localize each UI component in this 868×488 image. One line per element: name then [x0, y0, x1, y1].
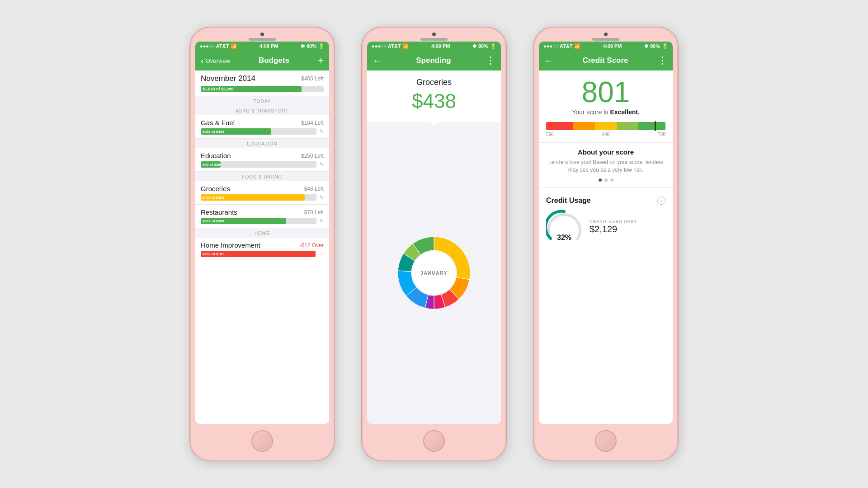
status-bar-2: ●●●○○ AT&T 📶 4:09 PM ✱ 90% 🔋 [367, 42, 501, 51]
gas-fuel-row[interactable]: Gas & Fuel $164 Left $259 of $423 ✎ [195, 115, 329, 139]
food-header: FOOD & DINING [195, 172, 329, 181]
seg-red [546, 122, 573, 130]
time-label-3: 4:09 PM [603, 43, 622, 49]
phone-top-1 [191, 28, 334, 42]
speaker-1 [249, 38, 276, 41]
seg-light-green [617, 122, 638, 130]
home-header: HOME [195, 228, 329, 238]
wifi-icon-1: 📶 [231, 43, 237, 49]
usage-section: Credit Usage i 32% [539, 191, 673, 251]
battery-label-3: 90% [650, 43, 660, 49]
education-left: $250 Left [301, 153, 324, 159]
groceries-left: $46 Left [304, 186, 324, 192]
back-arrow-1[interactable]: ‹ [201, 56, 204, 66]
spending-screen: ●●●○○ AT&T 📶 4:09 PM ✱ 90% 🔋 ← Spending … [367, 42, 501, 424]
score-bar-container [546, 122, 665, 130]
credit-screen: ●●●○○ AT&T 📶 4:09 PM ✱ 90% 🔋 ← Credit Sc… [539, 42, 673, 424]
battery-label-2: 90% [478, 43, 488, 49]
home-button-1[interactable] [251, 430, 273, 452]
home-improvement-bar: $163 of $151 [201, 251, 316, 257]
credit-content: 801 Your score is Excellent. [539, 70, 673, 424]
nav-bar-1: ‹ Overview Budgets + [195, 51, 329, 70]
nav-bar-3: ← Credit Score ⋮ [539, 51, 673, 70]
usage-sub-label: CREDIT CARD DEBT [590, 220, 637, 224]
restaurants-fill: $222 of $300 [201, 218, 286, 224]
home-improvement-edit-icon[interactable]: ⋯ [318, 251, 324, 257]
donut-label: JANUARY [420, 270, 448, 276]
back-arrow-2[interactable]: ← [373, 56, 382, 66]
score-section: 801 Your score is Excellent. [539, 70, 673, 143]
groceries-row[interactable]: Groceries $46 Left $438 of $484 ✎ [195, 181, 329, 205]
score-text-bold: Excellent. [610, 108, 639, 116]
gas-fuel-name: Gas & Fuel [201, 119, 235, 127]
spending-category: Groceries [373, 78, 495, 87]
front-camera-2 [432, 33, 436, 36]
bluetooth-icon-2: ✱ [472, 43, 476, 49]
november-title: November 2014 [201, 74, 255, 83]
spending-hero: Groceries $438 [367, 70, 501, 122]
battery-icon-2: 🔋 [490, 43, 496, 49]
restaurants-left: $78 Left [304, 209, 324, 216]
score-590: 590 [546, 132, 554, 137]
nav-left-1[interactable]: ‹ Overview [201, 56, 230, 66]
battery-label-1: 90% [307, 43, 316, 49]
time-label-2: 4:09 PM [431, 43, 450, 49]
donut-area: JANUARY [367, 122, 501, 424]
education-header: EDUCATION [195, 139, 329, 148]
usage-header: Credit Usage i [546, 197, 665, 205]
wifi-icon-2: 📶 [402, 43, 409, 49]
home-improvement-left: -$12 Over [300, 242, 324, 249]
add-budget-button[interactable]: + [318, 55, 324, 66]
phone-bottom-2 [363, 424, 505, 460]
restaurants-name: Restaurants [201, 208, 237, 216]
front-camera-1 [260, 33, 264, 36]
budgets-screen: ●●●○○ AT&T 📶 4:09 PM ✱ 90% 🔋 ‹ Overview … [195, 42, 329, 424]
gas-fuel-bar: $259 of $423 [201, 128, 316, 135]
education-name: Education [201, 152, 231, 160]
home-improvement-fill: $163 of $151 [201, 251, 316, 257]
carrier-label-3: ●●●○○ AT&T [543, 43, 572, 49]
phone-credit: ●●●○○ AT&T 📶 4:09 PM ✱ 90% 🔋 ← Credit Sc… [533, 27, 678, 461]
page-dots [546, 178, 665, 182]
november-bar-fill: $1,893 of $2,298 [201, 86, 302, 92]
gas-fuel-edit-icon[interactable]: ✎ [319, 128, 324, 135]
home-button-2[interactable] [423, 430, 445, 452]
restaurants-edit-icon[interactable]: ✎ [319, 218, 324, 224]
spending-amount: $438 [373, 90, 495, 113]
restaurants-row[interactable]: Restaurants $78 Left $222 of $300 ✎ [195, 205, 329, 228]
phone-top-2 [363, 28, 505, 42]
battery-icon-1: 🔋 [318, 43, 325, 49]
score-labels: 590 640 720 [546, 132, 665, 137]
spending-menu-icon[interactable]: ⋮ [486, 55, 495, 66]
education-row[interactable]: Education $250 Left $50 of $300 ✎ [195, 148, 329, 172]
score-720: 720 [658, 132, 665, 137]
dot-2 [604, 178, 608, 182]
gas-fuel-fill: $259 of $423 [201, 128, 271, 135]
education-edit-icon[interactable]: ✎ [319, 161, 324, 168]
education-bar: $50 of $300 [201, 161, 316, 168]
dot-1 [599, 178, 602, 182]
status-right-1: ✱ 90% 🔋 [301, 43, 325, 49]
score-bar [546, 122, 665, 130]
status-bar-3: ●●●○○ AT&T 📶 4:09 PM ✱ 90% 🔋 [539, 42, 673, 51]
usage-content: 32% CREDIT CARD DEBT $2,129 [546, 209, 665, 245]
overview-back-label[interactable]: Overview [206, 57, 230, 64]
bluetooth-icon-3: ✱ [644, 43, 648, 49]
credit-menu-icon[interactable]: ⋮ [657, 55, 667, 66]
about-text: Lenders love you! Based on your score, l… [546, 159, 665, 174]
education-fill: $50 of $300 [201, 161, 221, 168]
auto-header: AUTO & TRANSPORT [195, 106, 329, 115]
usage-info-icon[interactable]: i [657, 197, 665, 205]
home-improvement-row[interactable]: Home Improvement -$12 Over $163 of $151 … [195, 238, 329, 261]
score-640: 640 [602, 132, 610, 137]
spending-triangle [429, 122, 439, 126]
phone-bottom-1 [191, 424, 334, 460]
phone-budgets: ●●●○○ AT&T 📶 4:09 PM ✱ 90% 🔋 ‹ Overview … [190, 27, 335, 461]
wifi-icon-3: 📶 [574, 43, 580, 49]
back-arrow-3[interactable]: ← [544, 56, 553, 66]
home-button-3[interactable] [595, 430, 617, 452]
groceries-edit-icon[interactable]: ✎ [319, 194, 324, 201]
status-bar-1: ●●●○○ AT&T 📶 4:09 PM ✱ 90% 🔋 [195, 42, 329, 51]
november-bar: $1,893 of $2,298 [201, 86, 324, 92]
november-left: $405 Left [301, 75, 324, 82]
